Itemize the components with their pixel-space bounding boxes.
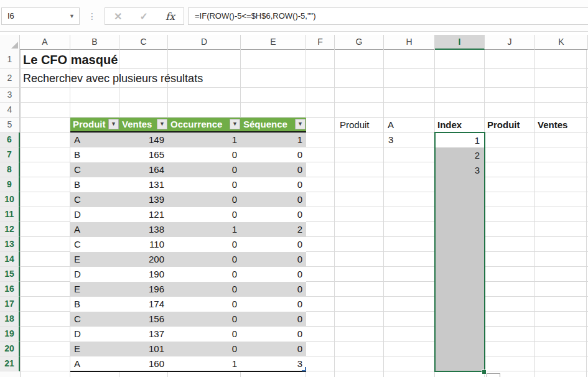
- cell-D9[interactable]: 0: [168, 177, 241, 192]
- cell-B11[interactable]: D: [70, 207, 119, 222]
- formula-input[interactable]: =IF(ROW()-5<=$H$6,ROW()-5,""): [188, 7, 588, 25]
- filter-dropdown-icon[interactable]: ▼: [108, 119, 119, 129]
- row-header-21[interactable]: 21: [0, 356, 20, 371]
- cell-D20[interactable]: 0: [168, 342, 241, 356]
- row-header-2[interactable]: 2: [0, 69, 20, 88]
- cell-E11[interactable]: 0: [241, 207, 306, 222]
- cell-D11[interactable]: 0: [168, 207, 241, 222]
- cell-C11[interactable]: 121: [119, 207, 168, 222]
- cell-B10[interactable]: C: [70, 192, 119, 207]
- cell-J5-produit-header[interactable]: Produit: [485, 118, 535, 133]
- fill-handle[interactable]: [482, 370, 487, 375]
- row-header-12[interactable]: 12: [0, 222, 20, 237]
- cell-D15[interactable]: 0: [168, 267, 241, 282]
- selected-range-I6-I21[interactable]: 1 2 3: [434, 132, 485, 372]
- cell-E15[interactable]: 0: [241, 267, 306, 282]
- cell-D10[interactable]: 0: [168, 192, 241, 207]
- cell-H5-produit-value[interactable]: A: [384, 118, 435, 133]
- cell-D7[interactable]: 0: [168, 147, 241, 162]
- cell-B7[interactable]: B: [70, 147, 119, 162]
- cell-E16[interactable]: 0: [241, 282, 306, 297]
- cell-B6[interactable]: A: [70, 133, 119, 147]
- cell-C19[interactable]: 137: [119, 327, 168, 342]
- cell-H6-count-value[interactable]: 3: [384, 133, 435, 147]
- row-header-17[interactable]: 17: [0, 297, 20, 312]
- row-header-5[interactable]: 5: [0, 118, 20, 133]
- cell-E7[interactable]: 0: [241, 147, 306, 162]
- column-header-I-selected[interactable]: I: [435, 35, 485, 50]
- row-header-13[interactable]: 13: [0, 237, 20, 252]
- cell-C12[interactable]: 138: [119, 222, 168, 237]
- column-header-H[interactable]: H: [384, 35, 435, 50]
- cell-C15[interactable]: 190: [119, 267, 168, 282]
- column-header-A[interactable]: A: [20, 35, 70, 50]
- column-header-G[interactable]: G: [335, 35, 384, 50]
- select-all-corner[interactable]: [0, 35, 20, 50]
- cell-E20[interactable]: 0: [241, 342, 306, 356]
- row-header-7[interactable]: 7: [0, 147, 20, 162]
- row-header-11[interactable]: 11: [0, 207, 20, 222]
- cell-D19[interactable]: 0: [168, 327, 241, 342]
- row-header-3[interactable]: 3: [0, 88, 20, 103]
- cell-G5-produit-label[interactable]: Produit: [335, 118, 384, 133]
- cell-E17[interactable]: 0: [241, 297, 306, 312]
- table-resize-handle[interactable]: [302, 367, 306, 371]
- cell-A2-subtitle[interactable]: Recherchev avec plusieurs résultats: [23, 69, 203, 88]
- cell-C21[interactable]: 160: [119, 356, 168, 371]
- cell-C16[interactable]: 196: [119, 282, 168, 297]
- cell-A1-title[interactable]: Le CFO masqué: [23, 50, 118, 69]
- cell-B19[interactable]: D: [70, 327, 119, 342]
- column-header-F[interactable]: F: [306, 35, 335, 50]
- cell-B17[interactable]: B: [70, 297, 119, 312]
- row-header-18[interactable]: 18: [0, 312, 20, 327]
- cell-E14[interactable]: 0: [241, 252, 306, 267]
- column-header-E[interactable]: E: [241, 35, 306, 50]
- cell-B8[interactable]: C: [70, 162, 119, 177]
- cell-D8[interactable]: 0: [168, 162, 241, 177]
- row-header-6[interactable]: 6: [0, 133, 20, 147]
- cell-B14[interactable]: E: [70, 252, 119, 267]
- table-header-produit[interactable]: Produit▼: [70, 118, 119, 133]
- cell-D6[interactable]: 1: [168, 133, 241, 147]
- cell-E6[interactable]: 1: [241, 133, 306, 147]
- cell-D17[interactable]: 0: [168, 297, 241, 312]
- cell-B12[interactable]: A: [70, 222, 119, 237]
- cell-E10[interactable]: 0: [241, 192, 306, 207]
- cell-C7[interactable]: 165: [119, 147, 168, 162]
- cell-D12[interactable]: 1: [168, 222, 241, 237]
- row-header-10[interactable]: 10: [0, 192, 20, 207]
- filter-dropdown-icon[interactable]: ▼: [295, 119, 306, 129]
- column-header-K[interactable]: K: [535, 35, 588, 50]
- row-header-1[interactable]: 1: [0, 50, 20, 69]
- cell-E12[interactable]: 2: [241, 222, 306, 237]
- cell-C14[interactable]: 200: [119, 252, 168, 267]
- cell-E8[interactable]: 0: [241, 162, 306, 177]
- chevron-down-icon[interactable]: ▼: [69, 8, 75, 24]
- table-header-sequence[interactable]: Séquence▼: [241, 118, 306, 133]
- table-header-ventes[interactable]: Ventes▼: [119, 118, 168, 133]
- cell-B18[interactable]: C: [70, 312, 119, 327]
- row-header-9[interactable]: 9: [0, 177, 20, 192]
- cell-I6-value[interactable]: 1: [436, 133, 484, 148]
- row-header-8[interactable]: 8: [0, 162, 20, 177]
- cell-I7-value[interactable]: 2: [436, 148, 484, 163]
- cell-E19[interactable]: 0: [241, 327, 306, 342]
- row-header-15[interactable]: 15: [0, 267, 20, 282]
- cell-B20[interactable]: E: [70, 342, 119, 356]
- cell-E18[interactable]: 0: [241, 312, 306, 327]
- cell-B15[interactable]: D: [70, 267, 119, 282]
- row-header-16[interactable]: 16: [0, 282, 20, 297]
- cell-D13[interactable]: 0: [168, 237, 241, 252]
- cell-B21[interactable]: A: [70, 356, 119, 371]
- cell-C17[interactable]: 174: [119, 297, 168, 312]
- cell-I8-value[interactable]: 3: [436, 163, 484, 178]
- row-header-14[interactable]: 14: [0, 252, 20, 267]
- cell-D16[interactable]: 0: [168, 282, 241, 297]
- name-box[interactable]: I6 ▼: [1, 7, 80, 25]
- cell-B9[interactable]: B: [70, 177, 119, 192]
- column-header-B[interactable]: B: [70, 35, 119, 50]
- enter-icon[interactable]: ✓: [140, 11, 148, 22]
- cell-C8[interactable]: 164: [119, 162, 168, 177]
- cell-C18[interactable]: 156: [119, 312, 168, 327]
- filter-dropdown-icon[interactable]: ▼: [157, 119, 167, 129]
